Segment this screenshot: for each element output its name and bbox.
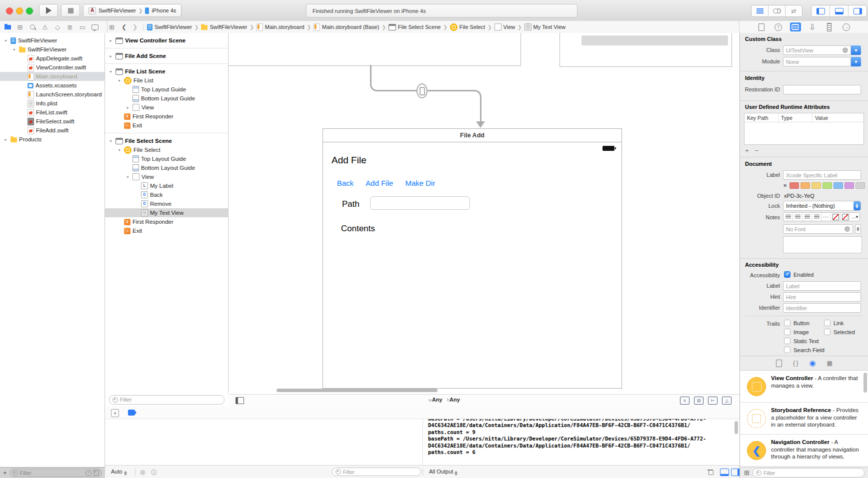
trait-checkbox-static-text[interactable] [784,338,790,344]
show-summaries-icon[interactable]: ◎ [140,469,145,476]
outline-item-exit[interactable]: Exit [105,226,228,235]
debug-disclosure-icon[interactable]: ▾ [111,409,119,417]
nav-item-appdelegate-swift[interactable]: AppDelegate.swift [0,54,104,63]
library-item-storyboard-reference[interactable]: Storyboard Reference - Provides a placeh… [740,403,868,435]
toggle-outline-button[interactable] [236,397,244,404]
segue-line[interactable] [480,97,482,122]
nav-item-assets-xcassets[interactable]: Assets.xcassets [0,81,104,90]
connections-inspector-tab[interactable]: → [841,22,852,31]
lock-popup[interactable]: Inherited - (Nothing) [783,201,861,211]
contents-label[interactable]: Contents [341,224,375,234]
segue-modal-icon[interactable] [416,83,428,98]
notes-text-area[interactable] [783,236,862,253]
nav-item-fileadd-swift[interactable]: FileAdd.swift [0,126,104,135]
align-justify-button[interactable] [812,213,822,221]
add-file-button[interactable]: Add File [366,179,393,187]
disclosure-triangle[interactable]: ▸ [3,137,8,142]
nav-item-fileselect-swift[interactable]: FileSelect.swift [0,117,104,126]
library-scrollbar[interactable] [864,373,867,393]
variables-scope-popup[interactable]: Auto [111,469,127,476]
color-swatch-3[interactable] [822,182,832,189]
storyboard-canvas[interactable]: File Add Add File BackAdd FileMake Dir P… [228,33,740,406]
make-dir-button[interactable]: Make Dir [405,179,435,187]
disclosure-triangle[interactable]: ▾ [116,148,122,152]
breadcrumb-item-main-storyboard-base[interactable]: Main.storyboard (Base) [314,23,379,31]
run-button[interactable] [39,4,58,17]
standard-editor-button[interactable] [752,5,768,16]
nav-item-products[interactable]: ▸Products [0,135,104,144]
module-dropdown-button[interactable]: ▼ [851,57,861,66]
embed-in-stack-button[interactable]: ≡ [680,397,690,405]
size-inspector-tab[interactable] [824,22,835,31]
tab-breakpoint-navigator[interactable]: ▭ [77,22,88,32]
trait-checkbox-selected[interactable] [824,329,830,335]
grid-view-icon[interactable]: ⊞ [744,469,750,477]
partial-view-controller-right[interactable] [560,33,732,67]
outline-item-view-controller-scene[interactable]: ▸View Controller Scene [105,36,228,45]
outline-item-exit[interactable]: Exit [105,121,228,130]
stop-button[interactable] [61,4,80,17]
trait-checkbox-button[interactable] [784,320,790,326]
outline-item-top-layout-guide[interactable]: Top Layout Guide [105,154,228,163]
outline-item-file-select[interactable]: ▾File Select [105,145,228,154]
class-field[interactable]: UITextView → [783,45,851,55]
breadcrumb-item-my-text-view[interactable]: My Text View [524,23,566,30]
notes-font-field[interactable]: No Font → [783,224,853,234]
disclosure-triangle[interactable]: ▾ [12,47,17,52]
color-swatch-6[interactable] [856,182,865,189]
color-swatch-1[interactable] [800,182,810,189]
tab-test-navigator[interactable]: ◇ [52,22,63,32]
nav-item-filelist-swift[interactable]: FileList.swift [0,108,104,117]
color-swatch-5[interactable] [844,182,854,189]
color-swatch-2[interactable] [812,182,821,189]
attributes-inspector-tab[interactable]: ⇩ [807,22,818,31]
hint-field[interactable]: Hint [783,292,861,302]
info-icon[interactable]: ⓘ [151,469,157,477]
console-output[interactable]: basePath = /Users/nitta/Library/Develope… [422,419,740,465]
resolve-auto-layout-button[interactable]: △ [722,397,732,405]
no-border-button[interactable] [840,213,850,221]
file-inspector-tab[interactable] [756,22,767,31]
toggle-inspector-button[interactable] [848,5,866,16]
minimize-window-button[interactable] [16,7,23,14]
navigator-filter-field[interactable]: Filter [10,469,102,477]
show-console-button[interactable] [731,469,740,476]
acc-label-field[interactable]: Label [783,281,861,291]
trait-checkbox-image[interactable] [784,329,790,335]
no-fill-button[interactable] [831,213,840,221]
outline-item-view[interactable]: ▾View [105,172,228,181]
outline-item-file-select-scene[interactable]: ▾File Select Scene [105,136,228,145]
identifier-field[interactable]: Identifier [783,303,861,313]
outline-item-file-list[interactable]: ▾File List [105,76,228,85]
color-swatch-0[interactable] [790,182,799,189]
jump-to-class-icon[interactable]: → [842,47,848,53]
file-add-view-controller[interactable]: File Add Add File BackAdd FileMake Dir P… [322,128,622,389]
breadcrumb-item-file-select-scene[interactable]: File Select Scene [388,24,441,30]
pin-button[interactable]: ⊢ [708,397,718,405]
tab-symbol-navigator[interactable]: ⊞ [14,22,26,32]
disclosure-triangle[interactable]: ▾ [108,139,114,143]
scheme-selector[interactable]: SwiftFileViewer ❯ iPhone 4s [83,4,182,17]
breadcrumb-item-file-select[interactable]: File Select [450,23,485,31]
identity-inspector-tab[interactable] [790,22,801,31]
disclosure-triangle[interactable]: ▾ [108,69,114,74]
outline-item-remove[interactable]: Remove [105,199,228,208]
console-output-popup[interactable]: All Output [429,469,458,476]
class-dropdown-button[interactable]: ▼ [851,45,861,55]
segue-line[interactable] [370,65,372,84]
outline-item-first-responder[interactable]: First Responder [105,217,228,226]
remove-attribute-button[interactable]: − [755,147,759,154]
nav-item-info-plist[interactable]: Info.plist [0,99,104,108]
font-panel-icon[interactable]: → [844,226,850,232]
close-window-button[interactable] [6,7,13,14]
tab-issue-navigator[interactable]: ⚠ [40,22,50,32]
disclosure-triangle[interactable]: ▸ [108,38,114,43]
trait-checkbox-link[interactable] [824,320,830,326]
disclosure-triangle[interactable]: ▸ [125,105,130,110]
clear-console-button[interactable] [708,469,713,475]
trait-checkbox-search-field[interactable] [784,347,790,353]
variables-view[interactable] [105,419,422,465]
clear-color-button[interactable]: ✕ [783,183,787,188]
unsaved-files-icon[interactable] [94,470,99,476]
library-item-view-controller[interactable]: View Controller - A controller that mana… [740,371,868,403]
